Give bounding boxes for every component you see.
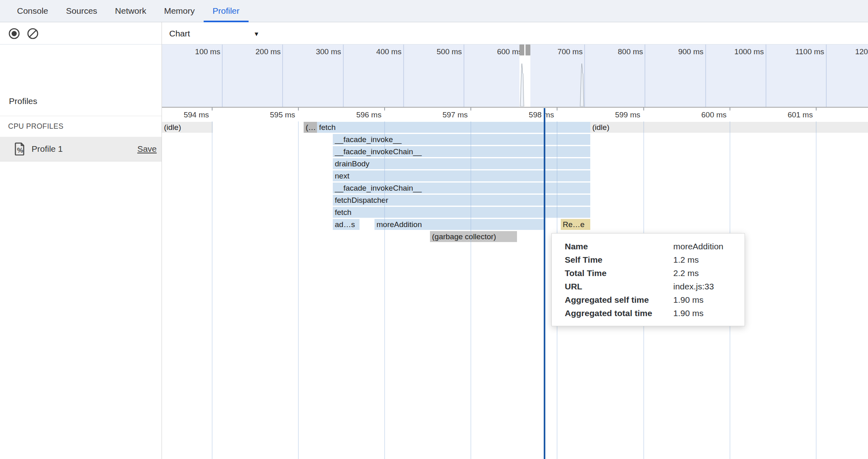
tab-console[interactable]: Console: [8, 0, 57, 22]
view-mode-dropdown[interactable]: Chart ▼: [162, 23, 279, 45]
profile-name: Profile 1: [32, 144, 63, 154]
flame-bar[interactable]: moreAddition: [374, 219, 545, 230]
view-mode-value: Chart: [169, 29, 190, 38]
flame-bar[interactable]: (garbage collector): [430, 231, 517, 242]
tooltip-row-value: index.js:33: [673, 280, 740, 293]
profile-list-item[interactable]: % Profile 1 Save: [0, 137, 162, 162]
tab-bar: ConsoleSourcesNetworkMemoryProfiler: [0, 0, 868, 22]
tooltip-row-value: 1.90 ms: [673, 293, 740, 306]
flame-bar[interactable]: fetchDispatcher: [333, 195, 590, 206]
tooltip-row-label: Aggregated self time: [565, 293, 673, 306]
svg-text:%: %: [17, 147, 23, 154]
tab-network[interactable]: Network: [106, 0, 155, 22]
tooltip-row-value: moreAddition: [673, 240, 740, 253]
flame-bar[interactable]: __facade_invokeChain__: [333, 183, 590, 193]
record-profile-button[interactable]: [8, 28, 20, 40]
tab-sources[interactable]: Sources: [57, 0, 106, 22]
sidebar-title: Profiles: [9, 96, 37, 106]
tooltip-row-label: Total Time: [565, 266, 673, 280]
flame-bar[interactable]: next: [333, 170, 590, 181]
flame-bar[interactable]: (idle): [590, 122, 868, 133]
flame-chart: (idle)(…fetch(idle)__facade_invoke____fa…: [162, 45, 868, 459]
profile-document-icon: %: [15, 142, 25, 155]
flame-bar[interactable]: ad…s: [333, 219, 360, 230]
flame-bar[interactable]: fetch: [333, 207, 590, 218]
tooltip-row-value: 2.2 ms: [673, 266, 740, 280]
tab-profiler[interactable]: Profiler: [204, 0, 249, 22]
flame-bar[interactable]: drainBody: [333, 158, 590, 169]
hover-tooltip: NamemoreAdditionSelf Time1.2 msTotal Tim…: [551, 233, 745, 326]
chevron-down-icon: ▼: [253, 30, 260, 37]
profiles-sidebar: Profiles CPU PROFILES % Profile 1 Save: [0, 45, 162, 459]
tooltip-row: Aggregated self time1.90 ms: [565, 293, 740, 306]
tooltip-row-label: Self Time: [565, 253, 673, 266]
profiler-chart-panel: 100 ms200 ms300 ms400 ms500 ms600 ms700 …: [162, 45, 868, 459]
tooltip-row-value: 1.2 ms: [673, 253, 740, 266]
tooltip-row: NamemoreAddition: [565, 240, 740, 253]
profiler-toolbar: [0, 23, 162, 45]
sidebar-divider: [0, 116, 162, 116]
tab-memory[interactable]: Memory: [155, 0, 204, 22]
clear-profiles-button[interactable]: [27, 28, 39, 40]
tooltip-row: Self Time1.2 ms: [565, 253, 740, 266]
cpu-profiles-section-header: CPU PROFILES: [8, 122, 64, 131]
tooltip-row: Total Time2.2 ms: [565, 266, 740, 280]
devtools-window: ConsoleSourcesNetworkMemoryProfiler Char…: [0, 0, 868, 459]
tooltip-row: URLindex.js:33: [565, 280, 740, 293]
flame-bar[interactable]: __facade_invokeChain__: [333, 146, 590, 157]
tooltip-row: Aggregated total time1.90 ms: [565, 306, 740, 320]
flame-bar[interactable]: fetch: [317, 122, 590, 133]
flame-bar[interactable]: __facade_invoke__: [333, 134, 590, 145]
flame-bar[interactable]: Re…e: [561, 219, 590, 230]
chart-toolbar: Chart ▼: [162, 23, 868, 45]
save-profile-link[interactable]: Save: [137, 144, 157, 154]
flame-bar[interactable]: (…: [304, 122, 317, 133]
tooltip-row-label: Aggregated total time: [565, 306, 673, 320]
tooltip-row-value: 1.90 ms: [673, 306, 740, 320]
flame-bar[interactable]: (idle): [162, 122, 213, 133]
tooltip-row-label: Name: [565, 240, 673, 253]
playhead-marker[interactable]: [544, 108, 545, 459]
tooltip-row-label: URL: [565, 280, 673, 293]
